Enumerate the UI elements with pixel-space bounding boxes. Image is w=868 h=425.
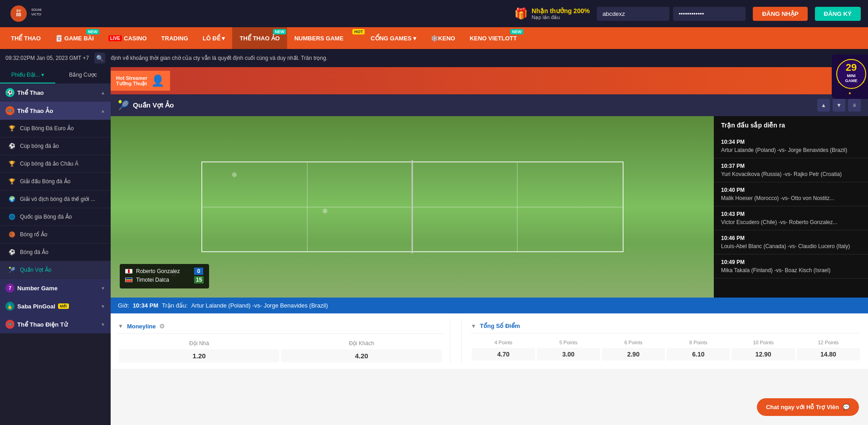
moneyline-collapse-btn[interactable]: ▼ <box>118 323 123 329</box>
page-controls: ▲ ▼ ≡ <box>817 99 861 112</box>
player1-flag <box>125 269 132 274</box>
giai-vo-dich-icon: 🌍 <box>7 195 16 204</box>
cup-euro-icon: 🏆 <box>7 124 16 133</box>
sidebar-item-bong-ro[interactable]: 🏀 Bóng rổ Ảo <box>0 226 111 244</box>
sidebar-item-giai-vo-dich[interactable]: 🌍 Giải vô địch bóng đá thế giới ... <box>0 191 111 208</box>
nav-lo-de[interactable]: LÔ ĐỀ ▾ <box>195 27 233 49</box>
password-input[interactable] <box>673 7 746 21</box>
sidebar-section-saba[interactable]: 🏅 Saba PinGoal Mới ▼ <box>0 297 111 315</box>
quan-vot-icon: 🎾 <box>7 265 16 274</box>
points-value-8[interactable]: 6.10 <box>667 348 730 361</box>
page-icon: 🎾 <box>118 100 129 111</box>
nav-keno[interactable]: ❄️ KENO <box>424 27 463 49</box>
home-col-value[interactable]: 1.20 <box>119 349 279 362</box>
sidebar: Phiếu Đặt... ▾ Bảng Cược ⚽ Thể Thao ▲ 🎮 <box>0 67 111 425</box>
ticker: 09:32:02PM Jan 05, 2023 GMT +7 🔍 định về… <box>0 49 868 67</box>
schedule-item-4[interactable]: 10:46 PM Louis-Abel Blanc (Canada) -vs- … <box>714 230 868 254</box>
schedule-time-0: 10:34 PM <box>721 139 861 145</box>
gift-title: Nhận thưởng 200% <box>532 7 590 15</box>
sidebar-section-the-thao[interactable]: ⚽ Thể Thao ▲ <box>0 83 111 102</box>
away-col: Đội Khách 4.20 <box>280 338 443 363</box>
sidebar-item-quan-vot[interactable]: 🎾 Quần Vợt Ảo <box>0 261 111 279</box>
sidebar-subsections: 🏆 Cúp Bóng Đá Euro Ảo ⚽ Cúp bóng đá ảo 🏆… <box>0 120 111 279</box>
points-value-10[interactable]: 12.90 <box>731 348 795 361</box>
sort-up-button[interactable]: ▲ <box>817 99 830 112</box>
points-value-5[interactable]: 3.00 <box>537 348 600 361</box>
sidebar-section-the-thao-ao[interactable]: 🎮 Thể Thao Ảo ▲ <box>0 102 111 120</box>
sidebar-item-quoc-gia-bong-da[interactable]: 🌐 Quốc gia Bóng đá Ảo <box>0 208 111 226</box>
nav-cong-games[interactable]: HOT CỔNG GAMES ▾ <box>351 27 424 49</box>
sort-down-button[interactable]: ▼ <box>833 99 845 112</box>
ticker-text: định về khoảng thời gian chờ của cty vẫn… <box>111 55 327 61</box>
nav-keno-vietlott[interactable]: KENO VIETLOTT NEW <box>463 27 524 49</box>
points-col-10: 10 Points 12.90 <box>731 338 795 361</box>
sidebar-item-cup-bong-da-chau-a[interactable]: 🏆 Cúp bóng đá ảo Châu Á <box>0 155 111 173</box>
streamer-person-icon: 👤 <box>151 74 165 87</box>
tab-bang-cuoc[interactable]: Bảng Cược <box>55 67 111 83</box>
nav-game-bai-label: GAME BÀI <box>64 35 94 42</box>
nav-cong-games-label: CỔNG GAMES ▾ <box>371 35 416 42</box>
schedule-item-1[interactable]: 10:37 PM Yuri Kovacikova (Russia) -vs- R… <box>714 158 868 182</box>
nav-the-thao[interactable]: THỂ THAO <box>4 27 48 49</box>
nav-trading[interactable]: TRADING <box>154 27 195 49</box>
score-row-player2: Timotei Dalca 15 <box>125 276 204 283</box>
points-label-10: 10 Points <box>731 338 795 347</box>
points-value-6[interactable]: 2.90 <box>602 348 665 361</box>
nav-game-bai[interactable]: 🃏 GAME BÀI NEW <box>48 27 101 49</box>
sidebar-toggle-button[interactable]: ≡ <box>848 99 861 112</box>
schedule-match-4: Louis-Abel Blanc (Canada) -vs- Claudio L… <box>721 243 861 249</box>
schedule-item-3[interactable]: 10:43 PM Victor Escudero (Chile) -vs- Ro… <box>714 206 868 230</box>
points-value-12[interactable]: 14.80 <box>797 348 860 361</box>
saba-section-icon: 🏅 <box>5 302 15 311</box>
total-collapse-btn[interactable]: ▼ <box>471 323 476 329</box>
away-col-header: Đội Khách <box>280 338 443 348</box>
tab-phieu-dat[interactable]: Phiếu Đặt... ▾ <box>0 67 55 83</box>
player2-name: Timotei Dalca <box>136 277 190 283</box>
nav-numbers-game[interactable]: NUMBERS GAME <box>287 27 351 49</box>
points-value-4[interactable]: 4.70 <box>472 348 535 361</box>
sidebar-item-cup-bong-da-euro[interactable]: 🏆 Cúp Bóng Đá Euro Ảo <box>0 120 111 137</box>
schedule-match-3: Victor Escudero (Chile) -vs- Roberto Gon… <box>721 219 861 225</box>
points-col-6: 6 Points 2.90 <box>601 338 666 361</box>
schedule-item-2[interactable]: 10:40 PM Malik Hoeser (Morocco) -vs- Ott… <box>714 182 868 206</box>
moneyline-settings-icon[interactable]: ⚙ <box>159 322 165 330</box>
register-button[interactable]: ĐĂNG KÝ <box>815 7 861 21</box>
moneyline-cols: Đội Nhà 1.20 Đội Khách 4.20 <box>118 338 443 363</box>
nav-trading-label: TRADING <box>161 35 188 42</box>
points-label-5: 5 Points <box>536 338 601 347</box>
sidebar-item-bong-da[interactable]: ⚽ Bóng đá Ảo <box>0 244 111 261</box>
mini-game-badge[interactable]: 29 MINI GAME ♠ <box>832 54 868 99</box>
logo: SV 88 SOUND OF VICTORY <box>7 4 44 24</box>
nav-the-thao-ao[interactable]: THỂ THAO ẢO NEW <box>232 27 287 49</box>
schedule-item-0[interactable]: 10:34 PM Artur Lalande (Poland) -vs- Jor… <box>714 134 868 158</box>
login-button[interactable]: ĐĂNG NHẬP <box>753 7 807 21</box>
schedule-match-2: Malik Hoeser (Morocco) -vs- Otto von Nos… <box>721 195 861 201</box>
giai-dau-icon: 🏆 <box>7 177 16 186</box>
logo-image[interactable]: SV 88 SOUND OF VICTORY <box>7 4 44 24</box>
streamer-banner[interactable]: Hot StreamerTường Thuật 👤 <box>111 67 868 94</box>
number-game-section-label: Number Game <box>17 285 58 292</box>
home-col: Đội Nhà 1.20 <box>118 338 280 363</box>
username-input[interactable] <box>597 7 669 21</box>
ticker-search-button[interactable]: 🔍 <box>94 53 105 64</box>
tab-bang-cuoc-label: Bảng Cược <box>69 72 97 78</box>
moneyline-section: ▼ Moneyline ⚙ Đội Nhà 1.20 Đội Khách 4.2… <box>118 319 443 363</box>
nav-keno-vietlott-badge: NEW <box>510 29 523 34</box>
total-points-row: 4 Points 4.70 5 Points 3.00 6 Points 2.9… <box>471 338 861 361</box>
gift-area[interactable]: 🎁 Nhận thưởng 200% Nạp lần đầu <box>514 7 590 20</box>
away-col-value[interactable]: 4.20 <box>281 349 442 362</box>
nav-casino[interactable]: LIVE CASINO <box>101 27 154 49</box>
chat-button-label: Chat ngay với Hỗ Trợ Viên <box>766 404 839 410</box>
svg-text:29: 29 <box>846 62 857 73</box>
schedule-match-0: Artur Lalande (Poland) -vs- Jorge Benavi… <box>721 147 861 153</box>
sidebar-section-number-game[interactable]: 7 Number Game ▼ <box>0 279 111 297</box>
bong-ro-label: Bóng rổ Ảo <box>20 231 47 238</box>
dien-tu-section-label: Thể Thao Điện Tử <box>17 321 68 328</box>
schedule-item-5[interactable]: 10:49 PM Mika Takala (Finland) -vs- Boaz… <box>714 254 868 278</box>
sidebar-section-the-thao-dien-tu[interactable]: 🎮 Thể Thao Điện Tử ▼ <box>0 315 111 333</box>
points-col-5: 5 Points 3.00 <box>536 338 601 361</box>
sidebar-item-cup-bong-da[interactable]: ⚽ Cúp bóng đá ảo <box>0 137 111 155</box>
sidebar-item-giai-dau-bong-da[interactable]: 🏆 Giải đấu Bóng đá Ảo <box>0 173 111 191</box>
chat-button[interactable]: Chat ngay với Hỗ Trợ Viên 💬 <box>757 398 859 416</box>
svg-text:88: 88 <box>16 12 21 17</box>
